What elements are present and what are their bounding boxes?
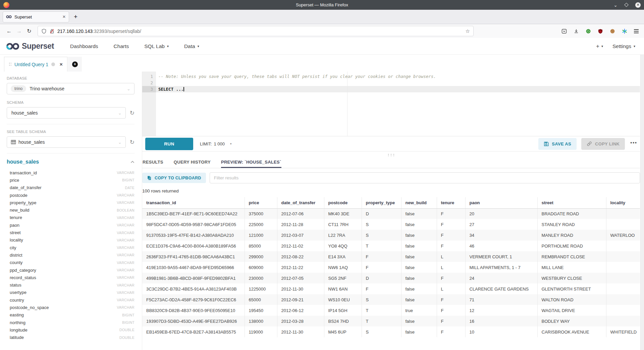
schema-column-row: priceBIGINT	[7, 176, 135, 184]
more-actions-icon[interactable]: •••	[630, 140, 639, 147]
new-query-tab-button[interactable]: +	[68, 57, 82, 72]
filter-results-input[interactable]	[210, 172, 640, 183]
settings-menu[interactable]: Settings ▾	[612, 43, 635, 49]
table-cell: false	[401, 273, 437, 283]
column-type: DOUBLE	[119, 336, 135, 340]
table-header-row: transaction_idpricedate_of_transferpostc…	[142, 197, 640, 208]
column-type: VARCHAR	[117, 171, 135, 175]
chevron-down-icon: ⌄	[127, 86, 130, 91]
query-tab-close-icon[interactable]: ✕	[59, 62, 63, 67]
table-cell: SG5 2NF	[324, 273, 362, 283]
schema-column-row: cityVARCHAR	[7, 244, 135, 251]
refresh-tables-icon[interactable]: ↻	[130, 139, 135, 146]
reload-button[interactable]: ↻	[24, 28, 34, 34]
table-cell: 2012-11-30	[277, 283, 324, 294]
schema-column-row: localityVARCHAR	[7, 236, 135, 244]
extension-green-icon[interactable]	[586, 29, 591, 34]
extension-asterisk-icon[interactable]	[622, 29, 627, 34]
nav-item-sql-lab[interactable]: SQL Lab ▾	[144, 43, 169, 49]
column-header-postcode[interactable]: postcode	[324, 197, 362, 208]
column-header-new_build[interactable]: new_build	[401, 197, 437, 208]
tab-results[interactable]: RESULTS	[143, 157, 163, 168]
table-select[interactable]: house_sales ⌄	[7, 136, 126, 148]
back-button[interactable]: ←	[4, 28, 14, 34]
table-cell: 27	[465, 219, 537, 230]
browser-tab[interactable]: Superset ✕	[3, 11, 69, 23]
window-minimize-icon[interactable]: ⌄	[613, 3, 618, 7]
shield-icon[interactable]	[41, 29, 47, 34]
column-header-price[interactable]: price	[245, 197, 277, 208]
table-cell: T	[362, 305, 401, 316]
tab-query-history[interactable]: QUERY HISTORY	[174, 157, 211, 168]
drag-handle-icon[interactable]	[9, 62, 11, 67]
table-schema-heading[interactable]: house_sales	[7, 159, 39, 165]
forward-button[interactable]: →	[14, 28, 24, 34]
table-cell: REMBRANDT CLOSE	[537, 251, 606, 262]
schema-select[interactable]: house_sales ⌄	[7, 107, 126, 119]
column-header-date_of_transfer[interactable]: date_of_transfer	[277, 197, 324, 208]
nav-item-charts[interactable]: Charts	[114, 43, 129, 49]
copy-to-clipboard-button[interactable]: COPY TO CLIPBOARD	[142, 173, 206, 183]
insecure-lock-icon[interactable]	[49, 29, 55, 34]
refresh-schemas-icon[interactable]: ↻	[130, 110, 135, 117]
sql-editor[interactable]: 1 2 3 -- Note: Unless you save your quer…	[142, 72, 640, 136]
column-header-property_type[interactable]: property_type	[362, 197, 401, 208]
url-field[interactable]: 217.160.120.143:32393/superset/sqllab/ ☆	[38, 26, 474, 36]
column-type: BIGINT	[122, 313, 135, 317]
column-header-paon[interactable]: paon	[465, 197, 537, 208]
run-button[interactable]: RUN	[145, 138, 193, 150]
chevron-up-icon[interactable]	[130, 161, 135, 163]
nav-item-data[interactable]: Data ▾	[184, 43, 199, 49]
table-row: F5C273AC-0D2A-458F-8279-9C61F0C22EC66500…	[142, 294, 640, 305]
results-actions-row: COPY TO CLIPBOARD	[142, 172, 640, 183]
downloads-icon[interactable]	[574, 29, 579, 34]
window-titlebar: Superset — Mozilla Firefox ⌄ ✕	[0, 0, 644, 10]
query-tab-label: Untitled Query 1	[14, 62, 48, 67]
query-tab[interactable]: Untitled Query 1 ✕	[4, 57, 67, 72]
table-cell: false	[401, 240, 437, 251]
caret-down-icon: ▾	[230, 142, 232, 145]
superset-brand[interactable]: Superset	[6, 42, 54, 51]
schema-column-row: districtVARCHAR	[7, 251, 135, 259]
database-select[interactable]: trino Trino warehouse ⌄	[7, 83, 135, 94]
editor-gutter: 1 2 3	[142, 72, 156, 136]
editor-code: -- Note: Unless you save your query, the…	[158, 73, 640, 92]
copy-link-button[interactable]: COPY LINK	[581, 138, 625, 150]
column-type: VARCHAR	[117, 246, 135, 250]
add-new-menu[interactable]: + ▾	[596, 43, 603, 50]
window-close-icon[interactable]: ✕	[635, 2, 641, 8]
pane-splitter[interactable]	[142, 151, 640, 157]
ublock-shield-icon[interactable]	[598, 29, 603, 34]
tab-close-icon[interactable]: ✕	[62, 14, 66, 19]
table-cell: false	[401, 326, 437, 337]
line-number: 3	[142, 86, 156, 92]
table-cell: false	[401, 262, 437, 273]
bookmark-star-icon[interactable]: ☆	[466, 28, 470, 34]
column-header-street[interactable]: street	[537, 197, 606, 208]
table-cell: F	[437, 230, 465, 240]
page-scrollbar[interactable]	[640, 55, 644, 350]
table-cell	[606, 294, 640, 305]
new-tab-button[interactable]: +	[74, 13, 77, 20]
splitter-grip-icon[interactable]	[387, 154, 395, 156]
pocket-icon[interactable]	[561, 29, 567, 34]
column-header-tenure[interactable]: tenure	[437, 197, 465, 208]
table-cell: 24	[465, 273, 537, 283]
nav-item-dashboards[interactable]: Dashboards	[70, 43, 98, 49]
browser-tab-title: Superset	[14, 14, 60, 19]
table-cell: T	[362, 316, 401, 326]
table-cell: 12	[465, 305, 537, 316]
column-header-locality[interactable]: locality	[606, 197, 640, 208]
menu-icon[interactable]	[634, 29, 639, 33]
column-name: new_build	[10, 208, 30, 213]
table-cell: T	[362, 240, 401, 251]
column-header-transaction_id[interactable]: transaction_id	[142, 197, 245, 208]
column-name: record_status	[10, 275, 36, 280]
save-as-button[interactable]: SAVE AS	[538, 138, 577, 150]
limit-dropdown[interactable]: LIMIT: 1 000 ▾	[200, 141, 231, 146]
editor-toolbar: RUN LIMIT: 1 000 ▾ SAVE AS	[142, 136, 640, 151]
window-maximize-icon[interactable]	[624, 3, 629, 7]
nav-item-label: Charts	[114, 43, 129, 49]
tab-preview-house-sales[interactable]: PREVIEW: `HOUSE_SALES`	[221, 157, 281, 168]
cookie-extension-icon[interactable]	[610, 29, 615, 34]
